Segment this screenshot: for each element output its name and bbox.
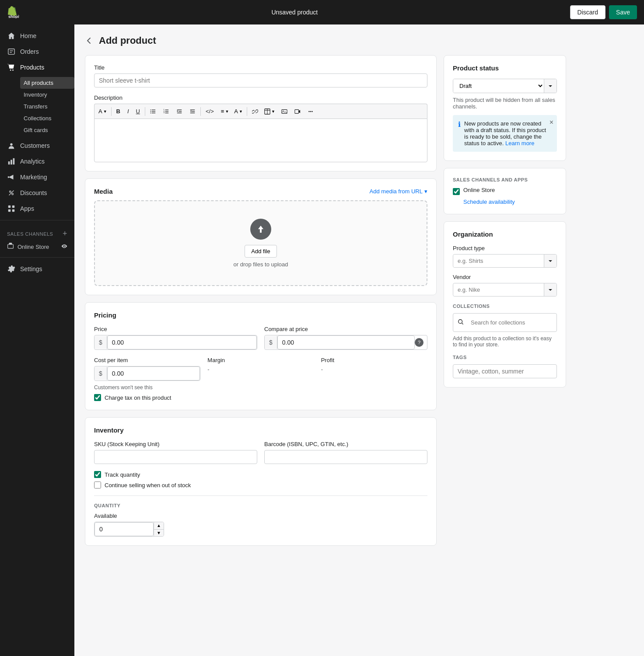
- media-dropzone[interactable]: Add file or drop files to upload: [94, 200, 427, 286]
- sidebar-subitem-all-products[interactable]: All products: [20, 77, 74, 89]
- collections-label: COLLECTIONS: [453, 304, 557, 309]
- title-input[interactable]: [94, 73, 427, 87]
- media-header: Media Add media from URL ▾: [94, 188, 427, 195]
- quantity-decrement[interactable]: ▼: [154, 530, 164, 537]
- svg-point-23: [150, 111, 151, 112]
- sidebar-item-orders[interactable]: Orders: [0, 44, 74, 59]
- continue-selling-label[interactable]: Continue selling when out of stock: [105, 482, 191, 489]
- left-column: Title Description A ▼ B I U: [85, 55, 437, 553]
- title-label: Title: [94, 64, 427, 87]
- rte-outdent[interactable]: [186, 106, 199, 117]
- rte-more[interactable]: [304, 106, 317, 117]
- continue-selling-checkbox[interactable]: [94, 482, 101, 489]
- sidebar-item-analytics[interactable]: Analytics: [0, 154, 74, 169]
- online-store-channel-row: Online Store: [453, 187, 557, 196]
- learn-more-link[interactable]: Learn more: [505, 140, 534, 147]
- schedule-availability-link[interactable]: Schedule availability: [463, 199, 557, 205]
- sidebar-item-settings[interactable]: Settings: [0, 261, 74, 277]
- tags-input[interactable]: [453, 364, 557, 378]
- sku-input[interactable]: [94, 450, 257, 464]
- barcode-label: Barcode (ISBN, UPC, GTIN, etc.): [264, 441, 427, 447]
- barcode-input[interactable]: [264, 450, 427, 464]
- compare-price-label: Compare at price: [264, 326, 427, 332]
- product-status-select[interactable]: Active Draft: [453, 79, 544, 93]
- sidebar-subitem-transfers[interactable]: Transfers: [20, 101, 74, 112]
- add-file-button[interactable]: Add file: [245, 245, 276, 258]
- sidebar-subitem-inventory[interactable]: Inventory: [20, 89, 74, 101]
- sidebar-item-products[interactable]: Products: [0, 59, 74, 75]
- quantity-increment[interactable]: ▲: [154, 522, 164, 530]
- price-input-wrap: $: [94, 335, 257, 350]
- description-textarea[interactable]: [94, 119, 427, 162]
- chevron-down-icon: ▾: [424, 188, 427, 195]
- product-type-label: Product type: [453, 245, 557, 251]
- rte-indent[interactable]: [173, 106, 186, 117]
- sales-channels-card: SALES CHANNELS AND APPS Online Store Sch…: [444, 168, 566, 214]
- rte-link[interactable]: [249, 106, 261, 117]
- cost-input[interactable]: [107, 366, 200, 380]
- rte-color-select[interactable]: A ▼: [232, 106, 245, 116]
- svg-point-6: [10, 143, 12, 146]
- charge-tax-label[interactable]: Charge tax on this product: [105, 394, 171, 401]
- info-banner-text: New products are now created with a draf…: [464, 120, 552, 147]
- rte-divider-3: [200, 107, 201, 116]
- sidebar-item-customers[interactable]: Customers: [0, 138, 74, 154]
- rte-list-bullet[interactable]: [147, 106, 159, 117]
- compare-price-help-icon[interactable]: ?: [415, 338, 424, 347]
- sidebar-label-settings: Settings: [20, 265, 42, 272]
- price-field: Price $: [94, 326, 257, 350]
- svg-point-43: [308, 111, 310, 112]
- add-media-url-button[interactable]: Add media from URL ▾: [370, 188, 427, 195]
- profit-value: -: [321, 366, 427, 373]
- right-column: Product status Active Draft This product…: [444, 55, 566, 553]
- rte-align-select[interactable]: ≡ ▼: [219, 106, 231, 116]
- rte-underline[interactable]: U: [133, 106, 143, 117]
- media-title: Media: [94, 188, 113, 195]
- rte-video[interactable]: [291, 106, 304, 117]
- sidebar-item-apps[interactable]: Apps: [0, 201, 74, 216]
- sidebar-item-marketing[interactable]: Marketing: [0, 169, 74, 185]
- vendor-field: Vendor: [453, 274, 557, 297]
- add-sales-channel-icon[interactable]: +: [63, 229, 67, 238]
- online-store-channel-checkbox[interactable]: [453, 188, 460, 195]
- title-card: Title Description A ▼ B I U: [85, 55, 437, 171]
- rte-bold[interactable]: B: [113, 106, 123, 117]
- sidebar-item-discounts[interactable]: Discounts: [0, 185, 74, 201]
- vendor-input[interactable]: [453, 283, 544, 296]
- media-card: Media Add media from URL ▾ Add file or d…: [85, 178, 437, 295]
- rte-italic[interactable]: I: [124, 106, 132, 117]
- logo: shopify shopify: [7, 6, 19, 18]
- product-type-input[interactable]: [453, 255, 544, 267]
- svg-rect-16: [8, 209, 10, 212]
- info-banner-close-button[interactable]: ×: [550, 119, 553, 126]
- online-store-channel-label[interactable]: Online Store: [463, 187, 495, 193]
- track-quantity-checkbox[interactable]: [94, 471, 101, 478]
- online-store-eye-icon[interactable]: [61, 243, 67, 251]
- quantity-input[interactable]: [94, 522, 154, 536]
- sidebar-subitem-gift-cards[interactable]: Gift cards: [20, 124, 74, 136]
- sales-channels-title: SALES CHANNELS AND APPS: [453, 177, 557, 182]
- rte-table-select[interactable]: ▼: [262, 107, 277, 116]
- sidebar-channel-online-store[interactable]: Online Store: [0, 240, 74, 254]
- charge-tax-checkbox[interactable]: [94, 394, 101, 401]
- rte-list-number[interactable]: 123: [160, 106, 172, 117]
- svg-rect-7: [8, 161, 10, 164]
- back-button[interactable]: [85, 36, 94, 45]
- rte-image[interactable]: [278, 106, 290, 117]
- compare-price-input[interactable]: [277, 335, 415, 349]
- rte-font-select[interactable]: A ▼: [96, 106, 109, 116]
- save-button[interactable]: Save: [609, 5, 637, 19]
- search-icon: [458, 319, 464, 326]
- track-quantity-label[interactable]: Track quantity: [105, 471, 140, 478]
- collections-search-wrap: [453, 313, 557, 332]
- compare-price-field: Compare at price $ ?: [264, 326, 427, 350]
- collections-search-input[interactable]: [466, 316, 552, 329]
- discard-button[interactable]: Discard: [570, 5, 606, 19]
- rte-code[interactable]: </>: [203, 106, 217, 117]
- svg-point-45: [312, 111, 313, 112]
- rte-divider-1: [111, 107, 112, 116]
- sidebar-subitem-collections[interactable]: Collections: [20, 112, 74, 124]
- price-input[interactable]: [107, 335, 257, 349]
- sidebar-item-home[interactable]: Home: [0, 28, 74, 44]
- product-type-arrow: [544, 255, 556, 267]
